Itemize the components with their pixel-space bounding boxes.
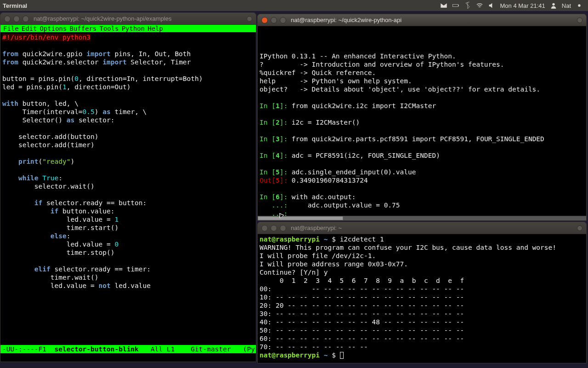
minimize-button[interactable]: [271, 225, 277, 231]
menu-edit[interactable]: Edit: [21, 25, 38, 32]
maximize-button[interactable]: [23, 16, 29, 22]
wifi-icon[interactable]: [476, 2, 483, 9]
session-gear-icon[interactable]: [576, 2, 583, 9]
svg-rect-0: [453, 4, 458, 6]
emacs-modeline: -UU-:----F1 selector-button-blink All L1…: [0, 345, 256, 353]
mail-icon[interactable]: [440, 2, 447, 9]
bluetooth-icon[interactable]: [464, 2, 471, 9]
horizontal-scrollbar[interactable]: [258, 216, 586, 220]
resize-grip[interactable]: [577, 17, 582, 23]
scrollbar-thumb[interactable]: [258, 216, 343, 220]
resize-grip[interactable]: [577, 225, 582, 231]
user-menu-icon[interactable]: [550, 2, 557, 9]
menu-buffers[interactable]: Buffers: [68, 25, 97, 32]
window-title: nat@raspberrypi: ~/quick2wire-python-api…: [34, 15, 244, 22]
user-name[interactable]: Nat: [562, 2, 571, 9]
close-button[interactable]: [261, 17, 268, 23]
minimize-button[interactable]: [271, 17, 277, 23]
ipython-terminal[interactable]: IPython 0.13.1 -- An enhanced Interactiv…: [258, 26, 586, 220]
menu-file[interactable]: File: [2, 25, 20, 32]
menu-options[interactable]: Options: [39, 25, 68, 32]
top-panel: Terminal Mon 4 Mar 21:41 Nat: [0, 0, 588, 11]
svg-point-3: [578, 4, 580, 6]
active-app-title: Terminal: [3, 2, 27, 9]
battery-icon[interactable]: [452, 2, 459, 9]
maximize-button[interactable]: [280, 17, 286, 23]
resize-grip[interactable]: [247, 16, 252, 22]
ipython-titlebar[interactable]: nat@raspberrypi: ~/quick2wire-python-api: [258, 14, 586, 26]
close-button[interactable]: [261, 225, 268, 231]
clock[interactable]: Mon 4 Mar 21:41: [500, 2, 545, 9]
shell-terminal[interactable]: nat@raspberrypi ~ $ i2cdetect 1 WARNING!…: [258, 234, 586, 363]
svg-point-2: [552, 3, 554, 6]
menu-python[interactable]: Python: [121, 25, 146, 32]
window-title: nat@raspberrypi: ~/quick2wire-python-api: [291, 17, 574, 23]
emacs-window: nat@raspberrypi: ~/quick2wire-python-api…: [0, 12, 256, 362]
menu-tools[interactable]: Tools: [98, 25, 119, 32]
maximize-button[interactable]: [280, 225, 286, 231]
emacs-minibuffer[interactable]: [0, 353, 256, 362]
emacs-menu-bar[interactable]: File Edit Options Buffers Tools Python H…: [0, 25, 256, 32]
ipython-window: nat@raspberrypi: ~/quick2wire-python-api…: [257, 14, 587, 221]
shell-window: nat@raspberrypi: ~ nat@raspberrypi ~ $ i…: [257, 222, 587, 363]
cursor: [340, 352, 344, 359]
window-title: nat@raspberrypi: ~: [291, 224, 574, 231]
volume-icon[interactable]: [488, 2, 495, 9]
minimize-button[interactable]: [13, 16, 20, 22]
emacs-titlebar[interactable]: nat@raspberrypi: ~/quick2wire-python-api…: [0, 13, 256, 25]
close-button[interactable]: [4, 16, 11, 22]
emacs-buffer[interactable]: #!/usr/bin/env python3 from quick2wire.g…: [0, 32, 256, 345]
svg-rect-1: [458, 5, 459, 6]
menu-help[interactable]: Help: [147, 25, 164, 32]
shell-titlebar[interactable]: nat@raspberrypi: ~: [258, 222, 586, 234]
